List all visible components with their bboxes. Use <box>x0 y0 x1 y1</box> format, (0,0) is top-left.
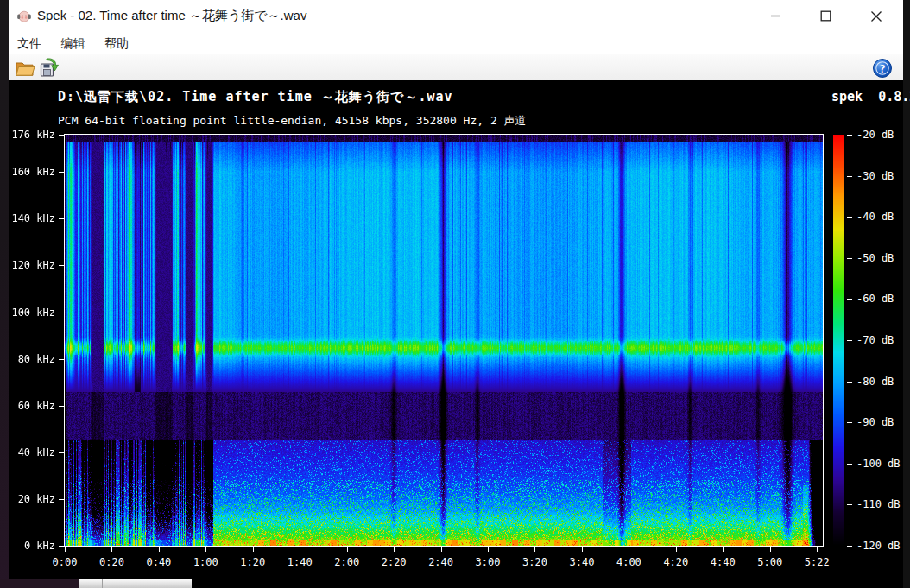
spectrogram-plot <box>64 134 824 547</box>
save-button[interactable] <box>38 57 60 79</box>
db-tick-label: -20 dB <box>856 129 894 141</box>
time-tick-label: 0:00 <box>41 556 89 568</box>
time-tick <box>441 547 442 552</box>
time-tick-label: 0:40 <box>135 556 183 568</box>
freq-tick <box>59 313 64 313</box>
db-tick-label: -90 dB <box>856 416 894 428</box>
time-tick <box>582 547 583 552</box>
time-tick-label: 3:20 <box>510 556 559 568</box>
db-tick <box>847 135 852 136</box>
freq-tick-label: 0 kHz <box>5 540 55 552</box>
db-tick-label: -30 dB <box>856 170 894 182</box>
screen: Spek - 02. Time after time ～花舞う街で～.wav 文… <box>0 0 910 588</box>
db-tick <box>847 340 852 341</box>
db-tick <box>847 217 852 218</box>
menubar: 文件 编辑 帮助 <box>9 32 903 54</box>
help-button[interactable]: ? <box>871 57 894 79</box>
time-tick-label: 3:40 <box>558 556 606 568</box>
freq-tick-label: 100 kHz <box>5 307 55 319</box>
freq-tick <box>59 452 64 453</box>
db-tick-label: -60 dB <box>856 293 894 305</box>
freq-tick-label: 60 kHz <box>5 400 55 412</box>
time-tick <box>488 547 489 552</box>
format-info: PCM 64-bit floating point little-endian,… <box>58 113 527 129</box>
freq-tick <box>59 172 64 173</box>
toolbar: ? <box>9 54 903 80</box>
time-tick <box>723 547 724 552</box>
freq-tick-label: 176 kHz <box>5 129 55 141</box>
time-tick <box>629 547 629 552</box>
time-tick <box>676 547 677 552</box>
db-tick <box>847 422 852 423</box>
freq-tick <box>59 499 64 500</box>
db-tick <box>847 464 852 465</box>
time-tick-label: 5:00 <box>746 556 794 568</box>
time-tick <box>159 547 160 552</box>
freq-tick-label: 120 kHz <box>5 259 55 271</box>
time-tick-label: 4:40 <box>698 556 747 568</box>
time-tick-label: 4:00 <box>604 556 653 568</box>
db-tick-label: -70 dB <box>856 334 894 346</box>
freq-tick-label: 140 kHz <box>5 212 55 224</box>
db-tick-label: -110 dB <box>856 498 901 510</box>
freq-tick <box>59 406 64 407</box>
db-tick-label: -120 dB <box>856 540 901 552</box>
window-title: Spek - 02. Time after time ～花舞う街で～.wav <box>37 8 306 24</box>
time-tick <box>253 547 254 552</box>
db-tick <box>847 258 852 259</box>
time-tick-label: 0:20 <box>87 556 136 568</box>
open-file-button[interactable] <box>14 57 36 79</box>
freq-tick-label: 40 kHz <box>5 446 55 458</box>
menu-item-edit[interactable]: 编辑 <box>60 33 85 54</box>
time-tick <box>534 547 535 552</box>
folder-open-icon <box>15 60 35 77</box>
time-tick <box>111 547 112 552</box>
menu-item-file[interactable]: 文件 <box>17 33 41 54</box>
db-tick <box>847 504 852 505</box>
close-icon <box>870 10 882 22</box>
close-button[interactable] <box>862 0 891 32</box>
analysis-panel: D:\迅雷下载\02. Time after time ～花舞う街で～.wav … <box>9 80 903 579</box>
taskbar-seam <box>102 579 103 588</box>
db-tick-label: -80 dB <box>856 376 894 388</box>
svg-text:?: ? <box>879 61 886 74</box>
db-tick <box>847 299 852 300</box>
time-tick-label: 1:20 <box>229 556 277 568</box>
time-tick <box>394 547 395 552</box>
db-tick-label: -40 dB <box>856 211 894 223</box>
time-tick <box>770 547 771 552</box>
db-tick-label: -50 dB <box>856 252 894 264</box>
spek-window: Spek - 02. Time after time ～花舞う街で～.wav 文… <box>9 0 903 579</box>
db-tick <box>847 382 852 383</box>
freq-tick <box>59 546 64 547</box>
freq-tick-label: 80 kHz <box>5 353 55 365</box>
taskbar-fragment-window <box>79 579 192 588</box>
minimize-icon <box>770 10 781 22</box>
colorbar-canvas <box>833 135 844 546</box>
time-tick <box>817 547 818 552</box>
time-tick-label: 4:20 <box>652 556 700 568</box>
freq-tick <box>59 359 64 360</box>
db-tick-label: -100 dB <box>856 458 901 470</box>
freq-tick-label: 20 kHz <box>5 493 55 505</box>
menu-item-help[interactable]: 帮助 <box>104 33 129 54</box>
time-tick <box>347 547 348 552</box>
maximize-button[interactable] <box>811 0 840 32</box>
time-tick <box>205 547 206 552</box>
minimize-button[interactable] <box>761 0 790 32</box>
maximize-icon <box>820 10 831 22</box>
app-icon <box>16 8 32 23</box>
time-tick-label: 2:20 <box>370 556 418 568</box>
save-icon <box>39 58 60 78</box>
time-tick-label: 2:00 <box>323 556 371 568</box>
freq-tick <box>59 218 64 219</box>
titlebar: Spek - 02. Time after time ～花舞う街で～.wav <box>9 0 903 32</box>
time-tick-label: 3:00 <box>464 556 512 568</box>
time-tick-label: 1:40 <box>275 556 324 568</box>
spectrogram-canvas <box>65 135 823 546</box>
app-version: spek 0.8.2 <box>831 89 910 104</box>
freq-tick-label: 160 kHz <box>5 166 55 178</box>
time-tick-label: 2:40 <box>417 556 465 568</box>
file-path: D:\迅雷下载\02. Time after time ～花舞う街で～.wav <box>58 89 453 105</box>
taskbar-fragment-left <box>0 579 79 588</box>
